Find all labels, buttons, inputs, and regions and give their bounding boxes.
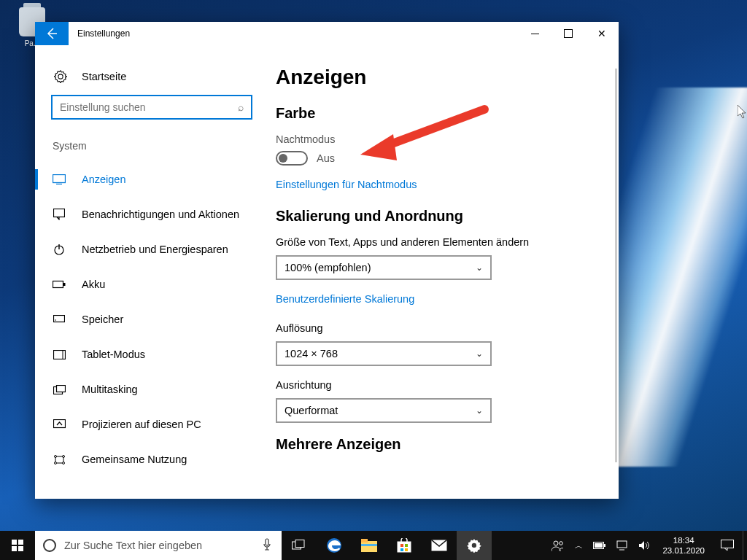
cortana-icon — [35, 539, 64, 552]
svg-rect-45 — [721, 540, 734, 548]
svg-rect-25 — [266, 539, 268, 545]
notifications-icon — [53, 208, 66, 221]
taskbar-mail[interactable] — [422, 531, 457, 560]
display-icon — [53, 173, 66, 186]
night-mode-toggle[interactable] — [276, 151, 308, 166]
nav-benachrichtigungen[interactable]: Benachrichtigungen und Aktionen — [35, 197, 268, 232]
tray-volume-icon[interactable] — [633, 531, 655, 560]
orientation-dropdown[interactable]: Querformat ⌄ — [276, 398, 492, 423]
night-mode-state: Aus — [317, 152, 335, 164]
custom-scaling-link[interactable]: Benutzerdefinierte Skalierung — [276, 293, 601, 305]
nav-speicher[interactable]: Speicher — [35, 302, 268, 337]
close-button[interactable]: ✕ — [585, 22, 619, 45]
orientation-label: Ausrichtung — [276, 379, 601, 391]
settings-sidebar: Startseite ⌕ System Anzeigen Benachricht… — [35, 45, 268, 499]
svg-rect-14 — [53, 420, 65, 428]
share-icon — [53, 453, 66, 466]
nav-tablet-modus[interactable]: Tablet-Modus — [35, 337, 268, 372]
maximize-button[interactable] — [551, 22, 585, 45]
svg-rect-32 — [398, 542, 411, 552]
svg-rect-7 — [63, 283, 66, 286]
show-desktop-button[interactable] — [743, 531, 747, 560]
search-icon: ⌕ — [238, 101, 244, 113]
scale-label: Größe von Text, Apps und anderen Element… — [276, 236, 601, 248]
night-mode-label: Nachtmodus — [276, 133, 601, 145]
svg-rect-36 — [405, 548, 408, 551]
nav-multitasking[interactable]: Multitasking — [35, 372, 268, 407]
svg-point-18 — [62, 462, 64, 464]
resolution-label: Auflösung — [276, 322, 601, 334]
project-icon — [53, 418, 66, 431]
minimize-button[interactable] — [518, 22, 551, 45]
back-button[interactable] — [35, 22, 69, 45]
page-title: Anzeigen — [276, 66, 601, 89]
svg-rect-33 — [400, 544, 403, 547]
chevron-down-icon: ⌄ — [476, 262, 483, 273]
nav-akku[interactable]: Akku — [35, 267, 268, 302]
svg-rect-6 — [53, 281, 63, 288]
scale-dropdown[interactable]: 100% (empfohlen) ⌄ — [276, 255, 492, 280]
home-label: Startseite — [82, 71, 126, 82]
chevron-down-icon: ⌄ — [476, 405, 483, 416]
settings-window: Einstellungen ✕ Startseite ⌕ System Anze… — [35, 22, 619, 499]
gear-icon — [54, 70, 67, 83]
svg-rect-10 — [53, 350, 65, 359]
system-tray: ︿ 18:34 23.01.2020 — [546, 531, 747, 560]
mic-icon[interactable] — [252, 538, 282, 553]
taskbar-clock[interactable]: 18:34 23.01.2020 — [655, 535, 712, 556]
svg-rect-27 — [295, 540, 304, 548]
home-button[interactable]: Startseite — [35, 70, 268, 95]
section-mehrere-anzeigen: Mehrere Anzeigen — [276, 436, 601, 453]
svg-rect-29 — [361, 541, 377, 552]
task-view-button[interactable] — [282, 531, 317, 560]
content-scrollbar[interactable] — [615, 69, 617, 462]
battery-icon — [53, 278, 66, 291]
tray-network-icon[interactable] — [611, 531, 633, 560]
multitasking-icon — [53, 383, 66, 396]
section-farbe: Farbe — [276, 105, 601, 122]
svg-point-9 — [55, 319, 56, 321]
svg-rect-1 — [53, 175, 66, 183]
svg-rect-31 — [361, 544, 377, 546]
chevron-down-icon: ⌄ — [476, 349, 483, 359]
start-button[interactable] — [0, 531, 35, 560]
tray-overflow-chevron-icon[interactable]: ︿ — [570, 531, 588, 560]
power-icon — [53, 243, 66, 256]
svg-point-17 — [54, 462, 56, 464]
svg-rect-41 — [595, 543, 603, 548]
nav-gemeinsame-nutzung[interactable]: Gemeinsame Nutzung — [35, 442, 268, 477]
svg-rect-35 — [400, 548, 403, 551]
settings-content: Anzeigen Farbe Nachtmodus Aus Einstellun… — [268, 45, 619, 499]
svg-rect-21 — [12, 540, 17, 545]
nav-anzeigen[interactable]: Anzeigen — [35, 162, 268, 197]
svg-point-16 — [62, 455, 64, 457]
taskbar-store[interactable] — [387, 531, 422, 560]
window-title: Einstellungen — [77, 28, 518, 39]
tablet-icon — [53, 348, 66, 361]
svg-rect-24 — [18, 546, 23, 551]
taskbar: Zur Suche Text hier eingeben ︿ 18:34 23.… — [0, 531, 747, 560]
taskbar-edge[interactable] — [317, 531, 352, 560]
taskbar-search-placeholder: Zur Suche Text hier eingeben — [64, 540, 252, 551]
svg-rect-8 — [54, 316, 65, 322]
window-titlebar[interactable]: Einstellungen ✕ — [35, 22, 619, 45]
nav-group-label: System — [35, 140, 268, 162]
svg-rect-22 — [18, 540, 23, 545]
svg-rect-43 — [617, 541, 627, 548]
nav-netzbetrieb[interactable]: Netzbetrieb und Energiesparen — [35, 232, 268, 267]
taskbar-settings[interactable] — [457, 531, 492, 560]
svg-rect-34 — [405, 544, 408, 547]
svg-rect-30 — [361, 539, 368, 542]
night-mode-settings-link[interactable]: Einstellungen für Nachtmodus — [276, 179, 601, 190]
action-center-button[interactable] — [712, 540, 743, 551]
tray-battery-icon[interactable] — [588, 531, 611, 560]
tray-people[interactable] — [546, 531, 570, 560]
settings-search-input[interactable]: ⌕ — [51, 95, 252, 120]
svg-point-38 — [554, 541, 558, 545]
svg-rect-3 — [54, 209, 65, 217]
nav-projizieren[interactable]: Projizieren auf diesen PC — [35, 407, 268, 442]
taskbar-file-explorer[interactable] — [352, 531, 387, 560]
resolution-dropdown[interactable]: 747 × 560 ⌄ — [276, 341, 492, 366]
svg-rect-13 — [56, 385, 65, 392]
taskbar-search[interactable]: Zur Suche Text hier eingeben — [35, 531, 282, 560]
